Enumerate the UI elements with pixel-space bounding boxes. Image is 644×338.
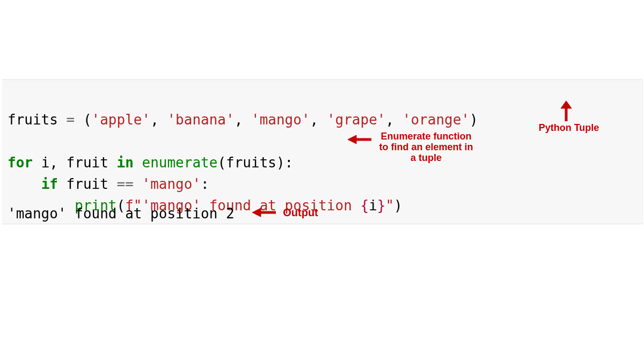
token-string: 'grape' [327,112,386,128]
annotation-enumerate: Enumerate function to find an element in… [372,131,480,163]
svg-marker-5 [252,208,261,217]
arrow-up-icon [558,101,574,121]
token-keyword-for: for [8,155,33,171]
token-var: i [369,197,377,214]
annotation-python-tuple: Python Tuple [526,122,612,133]
code-line-3: for i, fruit in enumerate(fruits): [8,155,293,171]
token-var: fruit [67,155,108,171]
token-brace: } [377,197,386,214]
token-comma: , [235,112,251,128]
code-block: fruits = ('apple', 'banana', 'mango', 'g… [2,79,643,224]
token-keyword-in: in [117,155,134,171]
token-function: enumerate [142,155,218,171]
token-var: fruit [67,176,108,192]
token-var: i [41,155,50,171]
token-paren: ): [276,155,293,171]
svg-marker-3 [348,135,356,144]
token-indent [8,176,41,192]
token-fstring-end: " [385,197,394,214]
token-op: = [58,112,83,128]
token-paren: ) [470,112,478,128]
token-space [108,155,117,171]
token-space [108,176,117,192]
token-string: 'mango' [142,176,201,192]
token-string: 'mango' [251,112,310,128]
token-string: 'banana' [167,112,234,128]
token-comma: , [385,112,402,128]
token-comma: , [150,112,167,128]
token-paren: ( [217,155,226,171]
token-string: 'orange' [402,112,470,128]
token-var: fruits [226,155,276,171]
token-paren: ) [394,197,402,214]
token-operator-eq: == [117,176,134,192]
token-var: fruits [8,112,58,128]
svg-marker-1 [561,101,572,108]
annotation-output: Output [279,207,322,218]
token-colon: : [201,176,209,192]
code-line-1: fruits = ('apple', 'banana', 'mango', 'g… [8,112,478,128]
output-text: 'mango' found at position 2 [8,204,235,223]
token-space [134,155,142,171]
token-string: 'apple' [92,112,151,128]
token-brace: { [360,197,369,214]
code-line-4: if fruit == 'mango': [8,176,209,192]
token-paren: ( [83,112,92,128]
arrow-left-icon [252,206,276,219]
token-space [134,176,142,192]
token-comma: , [49,155,66,171]
token-keyword-if: if [41,176,58,192]
arrow-left-icon [348,133,371,146]
token-space [58,176,67,192]
token-comma: , [310,112,327,128]
token-space [33,155,41,171]
